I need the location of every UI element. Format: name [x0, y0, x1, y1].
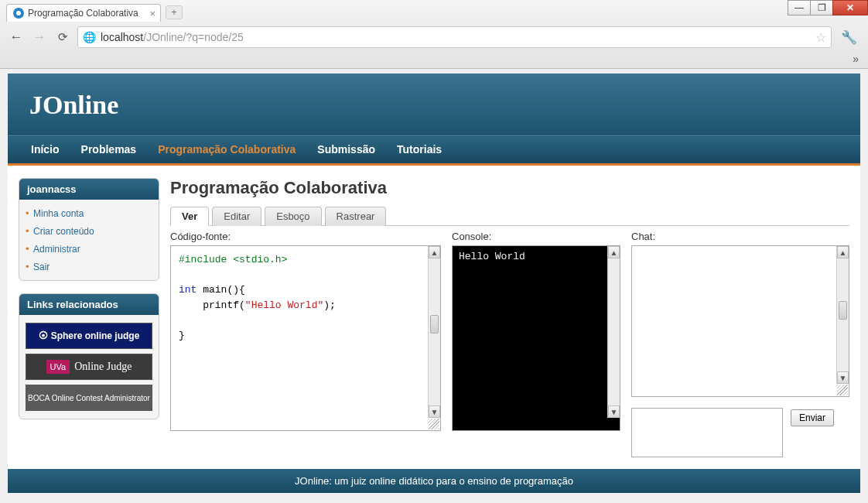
resize-grip-icon[interactable] — [837, 385, 848, 395]
user-block-title: joannacss — [19, 179, 159, 200]
main-nav: Início Problemas Programação Colaborativ… — [8, 135, 860, 166]
code-label: Código-fonte: — [170, 231, 441, 242]
scroll-down-icon[interactable]: ▼ — [837, 371, 849, 384]
console-text: Hello World — [453, 246, 620, 267]
boca-label: BOCA Online Contest Administrator — [28, 394, 150, 402]
close-icon[interactable]: × — [149, 8, 155, 19]
link-sphere-online-judge[interactable]: ⦿Sphere online judge — [26, 323, 152, 349]
url-host: localhost — [101, 31, 143, 43]
chat-input-row: Enviar — [631, 408, 849, 460]
code-editor[interactable]: #include <stdio.h> int main(){ printf("H… — [170, 245, 441, 431]
chat-panel: Chat: ▲ ▼ — [631, 231, 849, 460]
globe-icon: 🌐 — [83, 31, 96, 43]
code-panel: Código-fonte: #include <stdio.h> int mai… — [170, 231, 441, 431]
close-window-button[interactable]: ✕ — [832, 0, 868, 15]
sidebar-link-sair[interactable]: Sair — [33, 262, 50, 272]
sphere-label: Sphere online judge — [51, 330, 140, 341]
nav-tutoriais[interactable]: Tutoriais — [386, 135, 453, 163]
sidebar-link-administrar[interactable]: Administrar — [33, 244, 80, 255]
browser-tab[interactable]: Programação Colaborativa × — [6, 4, 161, 22]
view-tabs: Ver Editar Esboço Rastrear — [170, 206, 849, 226]
browser-chrome: Programação Colaborativa × + — ❐ ✕ ← → ⟳… — [0, 0, 868, 69]
tab-editar[interactable]: Editar — [212, 207, 261, 226]
related-links-list: ⦿Sphere online judge UVa Online Judge BO… — [19, 315, 159, 419]
tab-rastrear[interactable]: Rastrear — [325, 207, 387, 226]
scroll-up-icon[interactable]: ▲ — [429, 246, 440, 258]
code-content: #include <stdio.h> int main(){ printf("H… — [171, 246, 440, 349]
link-uva-online-judge[interactable]: UVa Online Judge — [26, 354, 152, 380]
list-item: Administrar — [19, 240, 159, 258]
tab-title: Programação Colaborativa — [28, 8, 138, 19]
chat-input[interactable] — [631, 408, 783, 457]
nav-problemas[interactable]: Problemas — [70, 135, 148, 163]
list-item: Sair — [19, 258, 159, 275]
reload-button[interactable]: ⟳ — [54, 29, 71, 46]
user-links-list: Minha conta Criar conteúdo Administrar S… — [19, 200, 159, 280]
link-boca[interactable]: BOCA Online Contest Administrator — [26, 385, 152, 411]
related-links-title: Links relacionados — [19, 294, 159, 315]
sidebar-link-minha-conta[interactable]: Minha conta — [33, 208, 84, 219]
nav-programacao-colaborativa[interactable]: Programação Colaborativa — [147, 135, 306, 163]
drupal-icon — [13, 8, 24, 19]
bookmark-star-icon[interactable]: ☆ — [815, 30, 826, 45]
footer: JOnline: um juiz online didático para o … — [8, 469, 860, 493]
scroll-up-icon[interactable]: ▲ — [608, 246, 620, 258]
scroll-down-icon[interactable]: ▼ — [608, 405, 620, 418]
list-item: Minha conta — [19, 204, 159, 222]
page-frame: JOnline Início Problemas Programação Col… — [8, 74, 860, 493]
chat-label: Chat: — [631, 231, 849, 242]
minimize-button[interactable]: — — [788, 0, 811, 15]
content-area: joannacss Minha conta Criar conteúdo Adm… — [8, 166, 860, 469]
tab-bar: Programação Colaborativa × + — ❐ ✕ — [0, 0, 868, 22]
site-banner: JOnline — [8, 74, 860, 135]
footer-text: JOnline: um juiz online didático para o … — [295, 475, 573, 487]
page-wrap: JOnline Início Problemas Programação Col… — [0, 69, 868, 498]
sidebar: joannacss Minha conta Criar conteúdo Adm… — [19, 178, 159, 432]
console-output[interactable]: Hello World ▲ ▼ — [452, 245, 620, 431]
tab-esboco[interactable]: Esboço — [265, 207, 321, 226]
main-column: Programação Colaborativa Ver Editar Esbo… — [170, 178, 849, 460]
forward-button[interactable]: → — [31, 29, 48, 46]
nav-submissao[interactable]: Submissão — [306, 135, 386, 163]
settings-wrench-icon[interactable]: 🔧 — [838, 29, 860, 46]
scroll-up-icon[interactable]: ▲ — [837, 246, 849, 258]
scrollbar[interactable]: ▲ ▼ — [607, 246, 620, 418]
scroll-thumb[interactable] — [839, 301, 847, 320]
panels-row: Código-fonte: #include <stdio.h> int mai… — [170, 231, 849, 460]
user-block: joannacss Minha conta Criar conteúdo Adm… — [19, 178, 159, 281]
tab-ver[interactable]: Ver — [170, 207, 209, 226]
site-title: JOnline — [29, 91, 839, 120]
related-links-block: Links relacionados ⦿Sphere online judge … — [19, 293, 159, 419]
url-path: /JOnline/?q=node/25 — [143, 31, 244, 43]
back-button[interactable]: ← — [8, 29, 25, 46]
console-panel: Console: Hello World ▲ ▼ — [452, 231, 620, 431]
list-item: Criar conteúdo — [19, 222, 159, 240]
console-label: Console: — [452, 231, 620, 242]
sidebar-link-criar-conteudo[interactable]: Criar conteúdo — [33, 226, 94, 237]
send-button[interactable]: Enviar — [791, 409, 834, 426]
new-tab-button[interactable]: + — [166, 5, 183, 19]
toolbar-overflow[interactable]: » — [0, 53, 868, 68]
page-title: Programação Colaborativa — [170, 178, 849, 198]
scroll-down-icon[interactable]: ▼ — [429, 405, 440, 418]
uva-badge: UVa — [46, 360, 70, 374]
uva-label: Online Judge — [74, 361, 132, 373]
scroll-thumb[interactable] — [430, 315, 439, 334]
window-controls: — ❐ ✕ — [788, 0, 868, 15]
maximize-button[interactable]: ❐ — [810, 0, 833, 15]
scrollbar[interactable]: ▲ ▼ — [836, 246, 849, 384]
nav-inicio[interactable]: Início — [20, 135, 70, 163]
scrollbar[interactable]: ▲ ▼ — [428, 246, 440, 418]
url-bar[interactable]: 🌐 localhost/JOnline/?q=node/25 ☆ — [77, 26, 832, 48]
resize-grip-icon[interactable] — [429, 419, 439, 429]
nav-bar: ← → ⟳ 🌐 localhost/JOnline/?q=node/25 ☆ 🔧 — [0, 22, 868, 53]
chat-log[interactable]: ▲ ▼ — [631, 245, 849, 397]
